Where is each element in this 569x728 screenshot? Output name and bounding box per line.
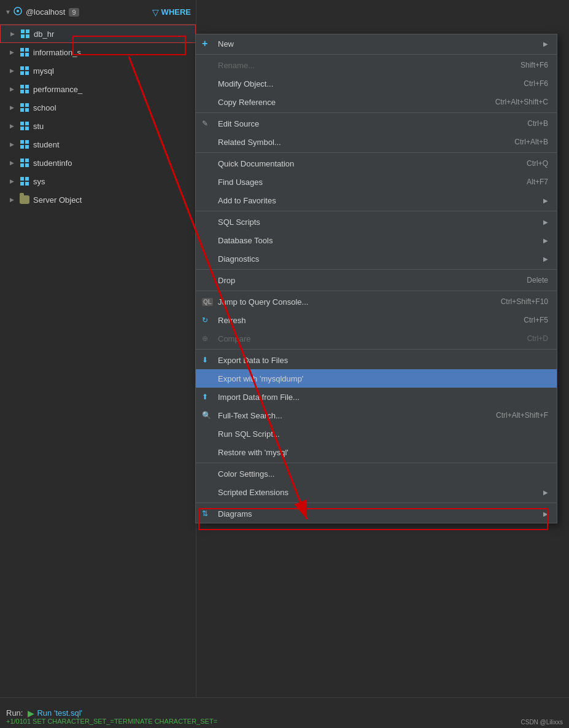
- menu-item-add-favorites[interactable]: Add to Favorites ▶: [196, 191, 557, 209]
- svg-rect-9: [25, 53, 29, 57]
- separator: [196, 269, 557, 270]
- menu-label-run-sql-script: Run SQL Script...: [218, 429, 548, 439]
- information-label: information_s: [33, 48, 81, 57]
- svg-rect-13: [25, 71, 29, 75]
- menu-item-export-files[interactable]: ⬇ Export Data to Files: [196, 351, 557, 369]
- arrow-icon: ▶: [10, 141, 16, 147]
- menu-item-find-usages[interactable]: Find Usages Alt+F7: [196, 173, 557, 191]
- sidebar: ▼ @localhost 9 ▽ WHERE ▶ db_hr ▶ informa…: [0, 0, 196, 728]
- tree-item-stu[interactable]: ▶ stu: [0, 117, 196, 135]
- svg-rect-12: [20, 71, 24, 75]
- separator: [196, 349, 557, 350]
- collapse-icon[interactable]: ▼: [5, 9, 11, 15]
- menu-item-copy-ref[interactable]: Copy Reference Ctrl+Alt+Shift+C: [196, 93, 557, 111]
- submenu-arrow-diagnostics: ▶: [543, 256, 548, 262]
- shortcut-jump-console: Ctrl+Shift+F10: [501, 297, 548, 306]
- submenu-arrow-diagrams: ▶: [543, 511, 548, 517]
- menu-label-db-tools: Database Tools: [218, 236, 541, 245]
- menu-item-diagrams[interactable]: ⇅ Diagrams ▶: [196, 504, 557, 523]
- tree-item-db-hr[interactable]: ▶ db_hr: [0, 25, 196, 43]
- menu-item-restore-mysql[interactable]: Restore with 'mysql': [196, 443, 557, 461]
- svg-rect-2: [21, 29, 25, 33]
- menu-item-color-settings[interactable]: Color Settings...: [196, 464, 557, 483]
- menu-item-full-text-search[interactable]: 🔍 Full-Text Search... Ctrl+Alt+Shift+F: [196, 406, 557, 425]
- tree-item-information[interactable]: ▶ information_s: [0, 43, 196, 61]
- server-object-label: Server Object: [33, 195, 82, 205]
- menu-item-quick-doc[interactable]: Quick Documentation Ctrl+Q: [196, 154, 557, 173]
- submenu-arrow-scripted: ▶: [543, 489, 548, 496]
- filter-icon[interactable]: ▽: [152, 7, 159, 17]
- tree-item-sys[interactable]: ▶ sys: [0, 172, 196, 190]
- separator: [196, 291, 557, 291]
- arrow-icon: ▶: [10, 31, 17, 37]
- separator: [196, 112, 557, 113]
- plus-icon: +: [202, 38, 207, 49]
- menu-label-drop: Drop: [218, 276, 527, 285]
- menu-label-diagnostics: Diagnostics: [218, 254, 541, 264]
- menu-item-refresh[interactable]: ↻ Refresh Ctrl+F5: [196, 311, 557, 329]
- run-text: Run 'test.sql': [37, 708, 82, 718]
- menu-label-full-text-search: Full-Text Search...: [218, 411, 496, 420]
- svg-rect-16: [20, 90, 24, 93]
- menu-item-export-mysqldump[interactable]: Export with 'mysqldump': [196, 369, 557, 388]
- svg-rect-26: [20, 140, 24, 144]
- menu-item-scripted-ext[interactable]: Scripted Extensions ▶: [196, 483, 557, 501]
- menu-item-new[interactable]: + New ▶: [196, 34, 557, 53]
- menu-label-modify: Modify Object...: [218, 79, 524, 88]
- arrow-icon: ▶: [10, 197, 16, 203]
- shortcut-modify: Ctrl+F6: [524, 79, 548, 88]
- db-count-badge: 9: [69, 8, 79, 17]
- menu-item-sql-scripts[interactable]: SQL Scripts ▶: [196, 213, 557, 231]
- arrow-icon: ▶: [10, 86, 16, 92]
- menu-item-diagnostics[interactable]: Diagnostics ▶: [196, 249, 557, 268]
- arrow-icon: ▶: [10, 123, 16, 129]
- menu-label-quick-doc: Quick Documentation: [218, 159, 527, 168]
- menu-label-copy-ref: Copy Reference: [218, 98, 495, 107]
- tree-item-school[interactable]: ▶ school: [0, 98, 196, 117]
- server-name: @localhost: [26, 7, 66, 17]
- bottom-bar: Run: ▶ Run 'test.sql' +1/0101 SET CHARAC…: [0, 697, 569, 728]
- menu-label-rename: Rename...: [218, 61, 521, 70]
- shortcut-rename: Shift+F6: [521, 61, 548, 69]
- sidebar-header: ▼ @localhost 9 ▽ WHERE: [0, 0, 196, 25]
- menu-item-run-sql-script[interactable]: Run SQL Script...: [196, 425, 557, 443]
- menu-label-color-settings: Color Settings...: [218, 469, 548, 479]
- svg-rect-35: [25, 177, 29, 181]
- menu-item-edit-source[interactable]: ✎ Edit Source Ctrl+B: [196, 114, 557, 133]
- arrow-icon: ▶: [10, 68, 16, 74]
- arrow-icon: ▶: [10, 160, 16, 166]
- svg-rect-19: [25, 103, 29, 107]
- tree-item-studentinfo[interactable]: ▶ studentinfo: [0, 154, 196, 172]
- run-button[interactable]: ▶ Run 'test.sql': [28, 708, 82, 718]
- menu-item-rename[interactable]: Rename... Shift+F6: [196, 56, 557, 74]
- submenu-arrow-new: ▶: [543, 41, 548, 47]
- menu-item-drop[interactable]: Drop Delete: [196, 271, 557, 289]
- svg-point-1: [17, 10, 19, 12]
- menu-label-compare: Compare: [218, 334, 527, 343]
- svg-rect-25: [25, 127, 29, 130]
- menu-item-jump-console[interactable]: QL Jump to Query Console... Ctrl+Shift+F…: [196, 292, 557, 311]
- menu-item-db-tools[interactable]: Database Tools ▶: [196, 231, 557, 249]
- tree-item-student[interactable]: ▶ student: [0, 135, 196, 154]
- play-icon: ▶: [28, 708, 34, 718]
- run-label: Run:: [6, 708, 23, 718]
- shortcut-drop: Delete: [527, 276, 548, 284]
- svg-rect-22: [20, 122, 24, 125]
- svg-rect-7: [25, 48, 29, 52]
- tree-item-server-object[interactable]: ▶ Server Object: [0, 190, 196, 209]
- svg-rect-37: [25, 182, 29, 186]
- arrow-icon: ▶: [10, 49, 16, 55]
- menu-label-export-files: Export Data to Files: [218, 356, 548, 365]
- menu-item-compare[interactable]: ⊕ Compare Ctrl+D: [196, 329, 557, 348]
- menu-item-import-file[interactable]: ⬆ Import Data from File...: [196, 388, 557, 406]
- menu-item-related-symbol[interactable]: Related Symbol... Ctrl+Alt+B: [196, 133, 557, 151]
- folder-icon: [20, 195, 29, 204]
- menu-label-new: New: [218, 39, 541, 49]
- tree-item-mysql[interactable]: ▶ mysql: [0, 61, 196, 80]
- tree-item-performance[interactable]: ▶ performance_: [0, 80, 196, 98]
- diagram-icon: ⇅: [202, 509, 208, 518]
- submenu-arrow-dbtools: ▶: [543, 237, 548, 244]
- svg-rect-23: [25, 122, 29, 125]
- menu-item-modify[interactable]: Modify Object... Ctrl+F6: [196, 74, 557, 93]
- db-grid-icon: [20, 29, 30, 39]
